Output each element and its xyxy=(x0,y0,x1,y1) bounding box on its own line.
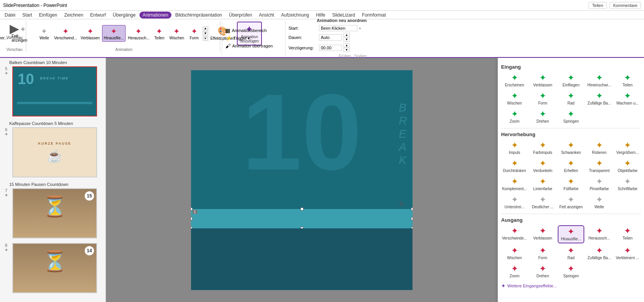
anim-zoom-e[interactable]: ✦Zoom xyxy=(501,108,528,125)
anim-fett-h[interactable]: ✦Fett anzeigen xyxy=(558,194,584,211)
slide-item-8[interactable]: 8 ★ ⏳ 14 xyxy=(2,242,104,294)
ribbon-heraussch-btn[interactable]: ✦ Heraussch... xyxy=(126,25,151,41)
anim-zufaellige-e[interactable]: ✦Zufällige Ba... xyxy=(586,90,612,107)
anim-drehen-a[interactable]: ✦Drehen xyxy=(529,263,556,280)
anim-welle-h[interactable]: ✦Welle xyxy=(586,194,612,211)
anim-verblassen-a[interactable]: ✦Verblassen xyxy=(529,225,556,243)
slide7-thumb[interactable]: ⏳ 15 xyxy=(12,188,97,238)
start-dropdown-icon[interactable]: ▾ xyxy=(359,26,361,30)
anim-impuls[interactable]: ✦Impuls xyxy=(501,140,528,156)
ribbon-welle-btn[interactable]: ✦ Welle xyxy=(37,25,52,41)
anim-vergroessern[interactable]: ✦Vergrößern... xyxy=(614,140,641,156)
handle-top-right[interactable] xyxy=(411,208,413,211)
anim-teilen-e[interactable]: ✦Teilen xyxy=(614,72,641,89)
anim-verkleinern[interactable]: ✦Verkleinern ... xyxy=(614,245,641,262)
anim-linienfarbe[interactable]: ✦Linienfarbe xyxy=(529,176,556,192)
scroll-up-arrow[interactable]: ▲ xyxy=(203,26,208,31)
anim-durchtraenken[interactable]: ✦Durchtränken xyxy=(501,158,528,174)
anim-transparent[interactable]: ✦Transparent xyxy=(586,158,612,174)
anim-hinausflie[interactable]: ✦Hinausflie... xyxy=(558,225,584,243)
menu-animationen[interactable]: Animationen xyxy=(139,12,171,19)
menu-ansicht[interactable]: Ansicht xyxy=(256,12,277,19)
anim-objektfarbe[interactable]: ✦Objektfarbe xyxy=(614,158,641,174)
menu-ueberpruefen[interactable]: Überprüfen xyxy=(226,12,255,19)
anim-farbimpuls[interactable]: ✦Farbimpuls xyxy=(529,140,556,156)
anim-verdunkeln[interactable]: ✦Verdunkeln xyxy=(529,158,556,174)
anim-fuellfarbe[interactable]: ✦Füllfarbe xyxy=(558,176,584,192)
menu-start[interactable]: Start xyxy=(19,12,35,19)
share-button[interactable]: Teilen xyxy=(589,2,607,9)
anim-pinselfarbe[interactable]: ✦Pinselfarbe xyxy=(586,176,612,192)
handle-left-mid[interactable] xyxy=(191,217,193,220)
ribbon-form-btn[interactable]: ✦ Form xyxy=(186,25,202,41)
slide-item-7[interactable]: 7 ★ ⏳ 15 xyxy=(2,187,104,239)
slide5-thumb[interactable]: 10 BREAK TIME xyxy=(12,66,97,116)
animationsbereich-button[interactable]: ▦ Animationsbereich xyxy=(225,27,280,34)
canvas-progress-bar[interactable]: 1 ↻ xyxy=(191,209,413,228)
verz-down[interactable]: ▼ xyxy=(344,48,350,52)
menu-einfuegen[interactable]: Einfügen xyxy=(36,12,60,19)
trigger-button[interactable]: ⚡ Trigger ▾ xyxy=(225,35,280,41)
dauer-up[interactable]: ▲ xyxy=(344,33,350,37)
handle-top-mid[interactable] xyxy=(300,208,304,211)
anim-drehen-e[interactable]: ✦Drehen xyxy=(529,108,556,125)
anim-verschwinde[interactable]: ✦Verschwinde... xyxy=(501,225,528,243)
ribbon-fett-btn[interactable]: ✦ Fett anzeigen xyxy=(10,24,36,44)
anim-unterstrei[interactable]: ✦Unterstrei... xyxy=(501,194,528,211)
ribbon-verblassen-btn[interactable]: ✦ Verblassen xyxy=(79,25,101,41)
slide-item-5[interactable]: 5 ★ 10 BREAK TIME xyxy=(2,66,104,117)
anim-verblassen-e[interactable]: ✦Verblassen xyxy=(529,72,556,89)
anim-schriftfarbe[interactable]: ✦Schriftfarbe xyxy=(614,176,641,192)
anim-wischen-e[interactable]: ✦Wischen xyxy=(501,90,528,107)
menu-entwurf[interactable]: Entwurf xyxy=(87,12,109,19)
ribbon-verschwind-btn[interactable]: ✦ Verschwind... xyxy=(53,25,79,41)
anim-zufaellige-a[interactable]: ✦Zufällige Ba... xyxy=(586,245,612,262)
ribbon-deutlicher-btn[interactable]: ✦ Deutlicher... xyxy=(0,25,9,41)
rotation-handle-icon[interactable]: ↻ xyxy=(399,200,405,208)
comment-button[interactable]: Kommentare xyxy=(610,2,641,9)
menu-zeichnen[interactable]: Zeichnen xyxy=(61,12,86,19)
anim-deutlicher[interactable]: ✦Deutlicher ... xyxy=(529,194,556,211)
scroll-down-arrow[interactable]: ▼ xyxy=(203,31,208,36)
menu-hilfe[interactable]: Hilfe xyxy=(313,12,328,19)
anim-wischen-a[interactable]: ✦Wischen xyxy=(501,245,528,262)
anim-komplement[interactable]: ✦Komplement... xyxy=(501,176,528,192)
dauer-down[interactable]: ▼ xyxy=(344,37,350,42)
start-input[interactable] xyxy=(319,25,357,31)
handle-right-mid[interactable] xyxy=(411,217,413,220)
anim-rad-e[interactable]: ✦Rad xyxy=(558,90,584,107)
anim-zoom-a[interactable]: ✦Zoom xyxy=(501,263,528,280)
ribbon-hinausflie-btn[interactable]: ✦ Hinausflie... xyxy=(102,25,126,42)
scroll-expand-arrow[interactable]: ▾ xyxy=(203,36,208,41)
slide8-thumb[interactable]: ⏳ 14 xyxy=(12,243,97,293)
menu-formformat[interactable]: Formformat xyxy=(359,12,389,19)
slide-item-6[interactable]: 6 ★ KURZE PAUSE ☕ xyxy=(2,127,104,178)
anim-schwanken[interactable]: ✦Schwanken xyxy=(558,140,584,156)
animation-uebertragen-button[interactable]: 🖌 Animation übertragen xyxy=(225,43,280,49)
menu-bildschirm[interactable]: Bildschirmpräsentation xyxy=(172,12,225,19)
anim-springen-a[interactable]: ✦Springen xyxy=(558,263,584,280)
anim-form-a[interactable]: ✦Form xyxy=(529,245,556,262)
slide6-thumb[interactable]: KURZE PAUSE ☕ xyxy=(12,127,97,177)
anim-hineinschwi[interactable]: ✦Hineinschwi... xyxy=(586,72,612,89)
anim-einfliegen[interactable]: ✦Einfliegen xyxy=(558,72,584,89)
menu-slidelizard[interactable]: SlideLizard xyxy=(329,12,358,19)
anim-rad-a[interactable]: ✦Rad xyxy=(558,245,584,262)
anim-springen-e[interactable]: ✦Springen xyxy=(558,108,584,125)
menu-uebergaenge[interactable]: Übergänge xyxy=(110,12,139,19)
anim-rotieren[interactable]: ✦Rotieren xyxy=(586,140,612,156)
ribbon-teilen-btn[interactable]: ✦ Teilen xyxy=(152,25,167,41)
anim-heraussch[interactable]: ✦Heraussch... xyxy=(586,225,612,243)
anim-erscheinen[interactable]: ✦Erscheinen xyxy=(501,72,528,89)
menu-datei[interactable]: Datei xyxy=(2,12,18,19)
menu-aufzeichnung[interactable]: Aufzeichnung xyxy=(278,12,312,19)
verz-up[interactable]: ▲ xyxy=(344,43,350,47)
dauer-input[interactable] xyxy=(319,34,342,40)
ribbon-wischen-btn[interactable]: ✦ Wischen xyxy=(168,25,186,41)
anim-form-e[interactable]: ✦Form xyxy=(529,90,556,107)
anim-teilen-a[interactable]: ✦Teilen xyxy=(614,225,641,243)
mehr-eingangseffekte-link[interactable]: ✦ Weitere Eingangseffekte... xyxy=(501,283,641,289)
anim-wachsen[interactable]: ✦Wachsen u... xyxy=(614,90,641,107)
anim-erhellen[interactable]: ✦Erhellen xyxy=(558,158,584,174)
verzoegerung-input[interactable] xyxy=(319,45,342,51)
